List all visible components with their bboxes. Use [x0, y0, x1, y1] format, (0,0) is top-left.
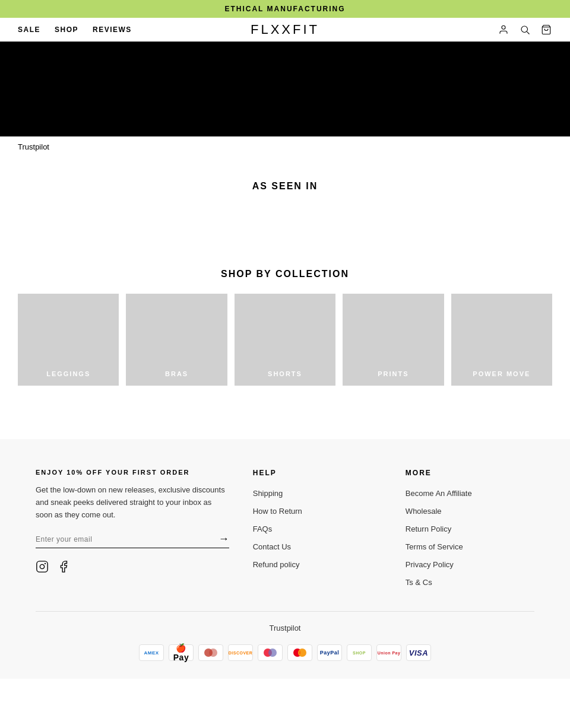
payment-paypal: PayPal	[317, 644, 342, 661]
instagram-icon[interactable]	[36, 560, 49, 576]
footer-how-to-return-link[interactable]: How to Return	[253, 507, 302, 516]
collection-bras-label: BRAS	[165, 370, 188, 377]
footer-more-title: MORE	[406, 469, 534, 477]
shop-collection-section: SHOP BY COLLECTION LEGGINGS BRAS SHORTS …	[0, 251, 570, 403]
nav-right-icons	[498, 24, 552, 36]
footer-trustpilot-label: Trustpilot	[36, 624, 534, 632]
svg-line-2	[527, 31, 529, 34]
footer-more-privacy: Privacy Policy	[406, 559, 534, 570]
payment-maestro	[258, 644, 283, 661]
collection-bras[interactable]: BRAS	[126, 294, 227, 386]
footer-return-policy-link[interactable]: Return Policy	[406, 524, 451, 533]
top-banner: ETHICAL MANUFACTURING	[0, 0, 570, 18]
footer-terms-link[interactable]: Terms of Service	[406, 542, 463, 551]
account-icon[interactable]	[498, 24, 509, 36]
footer-bottom: Trustpilot AMEX 🍎 Pay DISCOVER	[36, 611, 534, 661]
media-logos	[18, 192, 552, 239]
footer-wholesale-link[interactable]: Wholesale	[406, 507, 442, 516]
footer-help-refund: Refund policy	[253, 559, 382, 570]
footer-more-return-policy: Return Policy	[406, 523, 534, 534]
payment-unionpay: Union Pay	[376, 644, 401, 661]
facebook-icon[interactable]	[57, 560, 70, 576]
payment-mastercard	[287, 644, 312, 661]
svg-point-6	[45, 564, 46, 564]
banner-text: ETHICAL MANUFACTURING	[224, 5, 345, 13]
footer-help-shipping: Shipping	[253, 488, 382, 498]
collection-leggings-label: LEGGINGS	[46, 370, 90, 377]
payment-apple: 🍎 Pay	[169, 644, 194, 661]
collection-prints[interactable]: PRINTS	[343, 294, 444, 386]
payment-discover: DISCOVER	[228, 644, 253, 661]
trustpilot-bar: Trustpilot	[0, 136, 570, 157]
footer-more-links: Become An Affiliate Wholesale Return Pol…	[406, 488, 534, 587]
collection-power-move[interactable]: POWER MOVE	[451, 294, 552, 386]
payment-visa: VISA	[406, 644, 431, 661]
main-nav: SALE SHOP REVIEWS FLXXFIT	[0, 18, 570, 42]
footer-tscs-link[interactable]: Ts & Cs	[406, 578, 432, 587]
collection-power-move-label: POWER MOVE	[473, 370, 530, 377]
collection-shorts[interactable]: SHORTS	[235, 294, 335, 386]
nav-shop-link[interactable]: SHOP	[55, 26, 78, 34]
site-logo[interactable]: FLXXFIT	[251, 22, 319, 37]
nav-sale-link[interactable]: SALE	[18, 26, 40, 34]
as-seen-in-heading: AS SEEN IN	[18, 181, 552, 192]
footer-top: ENJOY 10% OFF YOUR FIRST ORDER Get the l…	[36, 469, 534, 587]
shop-collection-heading: SHOP BY COLLECTION	[18, 269, 552, 279]
footer-affiliate-link[interactable]: Become An Affiliate	[406, 489, 472, 498]
hero-section	[0, 42, 570, 136]
footer-newsletter: ENJOY 10% OFF YOUR FIRST ORDER Get the l…	[36, 469, 229, 576]
submit-arrow: →	[218, 533, 229, 545]
footer-help-contact: Contact Us	[253, 541, 382, 552]
svg-point-5	[40, 565, 44, 569]
footer-more: MORE Become An Affiliate Wholesale Retur…	[406, 469, 534, 587]
footer-help-return: How to Return	[253, 506, 382, 516]
nav-reviews-link[interactable]: REVIEWS	[93, 26, 132, 34]
footer-help-title: HELP	[253, 469, 382, 477]
footer-help-faqs: FAQs	[253, 523, 382, 534]
footer-help-links: Shipping How to Return FAQs Contact Us R…	[253, 488, 382, 570]
footer-contact-link[interactable]: Contact Us	[253, 542, 291, 551]
footer-refund-link[interactable]: Refund policy	[253, 560, 300, 569]
collection-grid: LEGGINGS BRAS SHORTS PRINTS POWER MOVE	[18, 294, 552, 386]
footer-faqs-link[interactable]: FAQs	[253, 524, 273, 533]
collection-shorts-label: SHORTS	[268, 370, 302, 377]
footer-shipping-link[interactable]: Shipping	[253, 489, 283, 498]
svg-rect-4	[37, 561, 48, 572]
collection-leggings[interactable]: LEGGINGS	[18, 294, 119, 386]
email-form: →	[36, 533, 229, 548]
email-input[interactable]	[36, 535, 218, 543]
social-icons	[36, 560, 229, 576]
footer-more-affiliate: Become An Affiliate	[406, 488, 534, 498]
email-submit-button[interactable]: →	[218, 533, 229, 545]
footer-enjoy-desc: Get the low-down on new releases, exclus…	[36, 484, 229, 521]
svg-point-0	[502, 26, 505, 29]
payment-diners	[198, 644, 223, 661]
payment-shopify: SHOP	[347, 644, 372, 661]
footer-help: HELP Shipping How to Return FAQs Contact…	[253, 469, 382, 570]
search-icon[interactable]	[519, 24, 531, 36]
trustpilot-label: Trustpilot	[18, 142, 49, 151]
cart-icon[interactable]	[540, 24, 552, 36]
payment-amex: AMEX	[139, 644, 164, 661]
svg-point-8	[209, 648, 217, 657]
footer-privacy-link[interactable]: Privacy Policy	[406, 560, 454, 569]
svg-point-10	[268, 648, 277, 657]
as-seen-in-section: AS SEEN IN	[0, 157, 570, 251]
payment-icons: AMEX 🍎 Pay DISCOVER	[36, 644, 534, 661]
footer-more-terms: Terms of Service	[406, 541, 534, 552]
footer-more-wholesale: Wholesale	[406, 506, 534, 516]
footer: ENJOY 10% OFF YOUR FIRST ORDER Get the l…	[0, 439, 570, 679]
footer-enjoy-label: ENJOY 10% OFF YOUR FIRST ORDER	[36, 469, 229, 476]
footer-more-tscs: Ts & Cs	[406, 577, 534, 587]
svg-point-1	[521, 26, 528, 33]
collection-prints-label: PRINTS	[378, 370, 408, 377]
